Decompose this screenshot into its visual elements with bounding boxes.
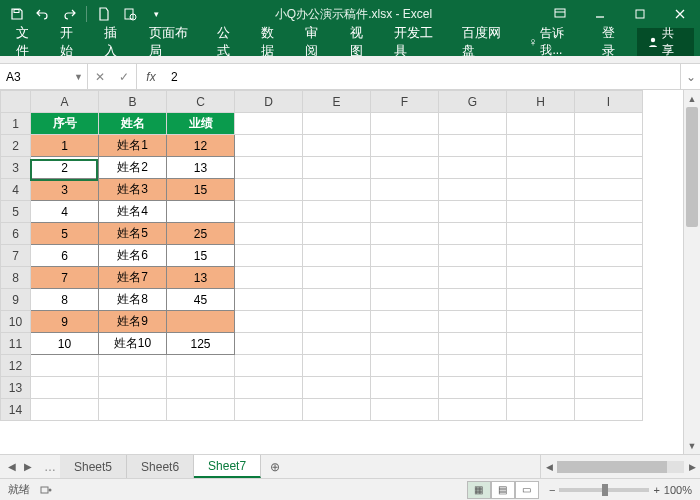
cell[interactable] <box>507 223 575 245</box>
cell[interactable] <box>371 311 439 333</box>
cell[interactable] <box>507 157 575 179</box>
cell[interactable] <box>507 333 575 355</box>
cell[interactable] <box>507 113 575 135</box>
hscroll-thumb[interactable] <box>557 461 667 473</box>
cell[interactable] <box>575 267 643 289</box>
cell[interactable] <box>575 399 643 421</box>
more-sheets-icon[interactable]: … <box>40 455 60 478</box>
cell[interactable]: 序号 <box>31 113 99 135</box>
row-header[interactable]: 9 <box>1 289 31 311</box>
cell[interactable] <box>507 201 575 223</box>
row-header[interactable]: 5 <box>1 201 31 223</box>
tab-scroll-left-icon[interactable]: ◀ <box>6 459 18 474</box>
cell[interactable]: 5 <box>31 223 99 245</box>
cell[interactable]: 业绩 <box>167 113 235 135</box>
cell[interactable] <box>575 355 643 377</box>
page-break-view-icon[interactable]: ▭ <box>515 481 539 499</box>
cell[interactable]: 姓名2 <box>99 157 167 179</box>
cell[interactable] <box>303 267 371 289</box>
cell[interactable] <box>439 289 507 311</box>
vscroll-thumb[interactable] <box>686 107 698 227</box>
select-all-corner[interactable] <box>1 91 31 113</box>
cell[interactable] <box>575 223 643 245</box>
cell[interactable] <box>575 113 643 135</box>
cell[interactable] <box>235 245 303 267</box>
cell[interactable] <box>439 179 507 201</box>
page-layout-view-icon[interactable]: ▤ <box>491 481 515 499</box>
column-header[interactable]: F <box>371 91 439 113</box>
expand-formula-bar-icon[interactable]: ⌄ <box>680 64 700 89</box>
cell[interactable] <box>371 157 439 179</box>
cell[interactable]: 8 <box>31 289 99 311</box>
cell[interactable] <box>31 399 99 421</box>
cell[interactable] <box>371 201 439 223</box>
scroll-right-icon[interactable]: ▶ <box>684 462 700 472</box>
cell[interactable] <box>439 245 507 267</box>
cell[interactable]: 姓名4 <box>99 201 167 223</box>
cell[interactable] <box>439 201 507 223</box>
cell[interactable] <box>507 399 575 421</box>
cell[interactable]: 13 <box>167 157 235 179</box>
grid[interactable]: ABCDEFGHI 1序号姓名业绩21姓名11232姓名21343姓名31554… <box>0 90 643 421</box>
cell[interactable]: 3 <box>31 179 99 201</box>
cancel-formula-icon[interactable]: ✕ <box>88 64 112 89</box>
cell[interactable]: 12 <box>167 135 235 157</box>
cell[interactable] <box>439 377 507 399</box>
row-header[interactable]: 1 <box>1 113 31 135</box>
cell[interactable] <box>439 311 507 333</box>
cell[interactable] <box>507 289 575 311</box>
zoom-out-button[interactable]: − <box>549 484 555 496</box>
row-header[interactable]: 7 <box>1 245 31 267</box>
ribbon-tab[interactable]: 页面布局 <box>139 28 207 56</box>
cell[interactable] <box>575 289 643 311</box>
cell[interactable] <box>235 179 303 201</box>
save-icon[interactable] <box>6 3 28 25</box>
tab-scroll-right-icon[interactable]: ▶ <box>22 459 34 474</box>
cell[interactable]: 姓名9 <box>99 311 167 333</box>
cell[interactable] <box>371 113 439 135</box>
cell[interactable] <box>575 135 643 157</box>
row-header[interactable]: 8 <box>1 267 31 289</box>
name-box-input[interactable] <box>6 70 81 84</box>
name-box[interactable]: ▼ <box>0 64 88 89</box>
cell[interactable]: 姓名5 <box>99 223 167 245</box>
row-header[interactable]: 10 <box>1 311 31 333</box>
cell[interactable] <box>507 135 575 157</box>
ribbon-tab[interactable]: 审阅 <box>295 28 339 56</box>
sheet-tab[interactable]: Sheet5 <box>60 455 127 478</box>
close-icon[interactable] <box>660 0 700 28</box>
cell[interactable]: 125 <box>167 333 235 355</box>
cell[interactable] <box>167 399 235 421</box>
new-file-icon[interactable] <box>93 3 115 25</box>
add-sheet-button[interactable]: ⊕ <box>261 455 289 478</box>
cell[interactable] <box>303 355 371 377</box>
cell[interactable] <box>371 377 439 399</box>
cell[interactable] <box>167 311 235 333</box>
cell[interactable] <box>235 355 303 377</box>
cell[interactable] <box>235 311 303 333</box>
cell[interactable] <box>575 333 643 355</box>
cell[interactable] <box>507 267 575 289</box>
cell[interactable]: 2 <box>31 157 99 179</box>
row-header[interactable]: 11 <box>1 333 31 355</box>
ribbon-tab[interactable]: 开发工具 <box>384 28 452 56</box>
column-header[interactable]: C <box>167 91 235 113</box>
cell[interactable] <box>439 223 507 245</box>
cell[interactable] <box>439 267 507 289</box>
zoom-slider[interactable] <box>559 488 649 492</box>
redo-icon[interactable] <box>58 3 80 25</box>
cell[interactable] <box>99 355 167 377</box>
normal-view-icon[interactable]: ▦ <box>467 481 491 499</box>
cell[interactable] <box>303 399 371 421</box>
cell[interactable] <box>235 113 303 135</box>
cell[interactable]: 姓名10 <box>99 333 167 355</box>
cell[interactable] <box>31 355 99 377</box>
cell[interactable] <box>575 157 643 179</box>
cell[interactable] <box>167 201 235 223</box>
undo-icon[interactable] <box>32 3 54 25</box>
cell[interactable]: 7 <box>31 267 99 289</box>
cell[interactable] <box>371 399 439 421</box>
column-header[interactable]: H <box>507 91 575 113</box>
scroll-down-icon[interactable]: ▼ <box>684 437 700 454</box>
cell[interactable] <box>235 223 303 245</box>
